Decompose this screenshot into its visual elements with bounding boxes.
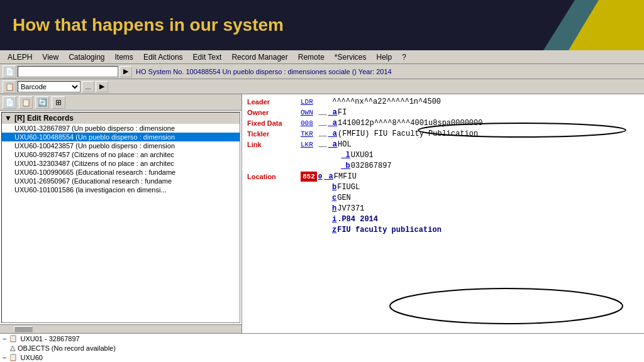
- val-852-z: FIU faculty publication: [337, 225, 441, 235]
- ind-ldr: [314, 97, 331, 107]
- menu-edit-text[interactable]: Edit Text: [188, 52, 227, 62]
- btree-uxu60[interactable]: − 📋 UXU60: [0, 353, 644, 362]
- menu-services[interactable]: *Services: [330, 52, 372, 62]
- btree-minus-icon: −: [3, 335, 6, 343]
- val-tkr: (FMFIU) FIU Faculty Publication: [338, 129, 478, 139]
- val-852-h: JV7371: [337, 204, 364, 214]
- toolbar-nav-info: HO System No. 100488554 Un pueblo disper…: [136, 68, 392, 75]
- menu-edit-actions[interactable]: Edit Actions: [138, 52, 188, 62]
- btree-uxu01-label: UXU01 - 32867897: [20, 335, 79, 343]
- label-loc-empty1: [247, 182, 301, 192]
- val-008: 1410012p^^^^8^^^4001u8spa0000000: [338, 118, 482, 128]
- row-loc-i: i .P84 2014: [247, 214, 639, 224]
- tree-item-7[interactable]: UXU01-26950967 (Educational research : f…: [2, 177, 240, 185]
- ind-lkr: __: [314, 140, 327, 150]
- menu-remote[interactable]: Remote: [293, 52, 330, 62]
- tree-header-label: [R] Edit Records: [14, 114, 74, 123]
- left-icon-grid[interactable]: ⊞: [52, 96, 65, 109]
- sf-852-c[interactable]: c: [332, 193, 336, 203]
- ind-b: [323, 161, 340, 171]
- svg-point-1: [390, 288, 623, 324]
- toolbar-arrow-right[interactable]: ▶: [96, 81, 108, 92]
- label-link-empty: [247, 150, 301, 160]
- left-icon-doc[interactable]: 📄: [3, 96, 16, 109]
- menu-record-manager[interactable]: Record Manager: [226, 52, 292, 62]
- row-owner: Owner OWN __ a FI: [247, 107, 639, 118]
- tag-box-852: 852: [301, 172, 317, 182]
- row-link-main: Link LKR __ a HOL: [247, 140, 639, 150]
- row-tickler: Tickler TKR __ a (FMFIU) FIU Faculty Pub…: [247, 129, 639, 139]
- val-852-b: FIUGL: [337, 182, 360, 192]
- left-icon-copy[interactable]: 📋: [19, 96, 33, 109]
- tree-item-8[interactable]: UXU60-101001586 (la investigacion en dim…: [2, 185, 240, 194]
- btree-objects-label: OBJECTS (No record available): [18, 344, 116, 352]
- tree-item-1[interactable]: UXU01-32867897 (Un pueblo disperso : dim…: [2, 124, 240, 133]
- sf-852-a[interactable]: a: [324, 172, 333, 182]
- menu-cataloging[interactable]: Cataloging: [64, 52, 109, 62]
- tree-item-5[interactable]: UXU01-32303487 (Citizens of no place : a…: [2, 159, 240, 168]
- row-link-b: b 032867897: [247, 161, 639, 171]
- menu-help[interactable]: Help: [372, 52, 397, 62]
- sf-852-z[interactable]: z: [332, 225, 336, 235]
- val-852-c: GEN: [337, 193, 351, 203]
- toolbar-nav-right[interactable]: ▶: [119, 66, 132, 77]
- tag-own[interactable]: OWN: [301, 107, 313, 118]
- right-panel: Leader LDR ^^^^^nx^^a22^^^^^1n^4500 Owne…: [242, 94, 644, 238]
- label-link: Link: [247, 140, 301, 150]
- row-fixed-data: Fixed Data 008 __ a 1410012p^^^^8^^^4001…: [247, 118, 639, 128]
- left-icon-refresh[interactable]: 🔄: [35, 96, 49, 109]
- sf-tkr-a[interactable]: a: [328, 129, 337, 139]
- row-loc-z: z FIU faculty publication: [247, 225, 639, 235]
- tree-item-2[interactable]: UXU60-100488554 (Un pueblo disperso : di…: [2, 133, 240, 141]
- ind-852-0[interactable]: 0: [318, 172, 323, 182]
- sf-lkr-b[interactable]: b: [341, 161, 350, 171]
- tag-ldr[interactable]: LDR: [301, 97, 313, 107]
- label-loc-empty4: [247, 214, 301, 224]
- ind-own: __: [314, 107, 327, 118]
- header-banner: How that happens in our system: [0, 0, 644, 50]
- row-loc-h: h JV7371: [247, 204, 639, 214]
- tree-item-4[interactable]: UXU60-99287457 (Citizens of no place : a…: [2, 150, 240, 159]
- label-loc-empty2: [247, 193, 301, 203]
- toolbar-search-input[interactable]: [18, 66, 118, 77]
- val-own: FI: [338, 107, 347, 118]
- bottom-tree: − 📋 UXU01 - 32867897 △ OBJECTS (No recor…: [0, 333, 644, 362]
- sf-008-a[interactable]: a: [328, 118, 337, 128]
- barcode-select[interactable]: Barcode: [18, 81, 80, 92]
- label-leader: Leader: [247, 97, 301, 107]
- toolbar-icon1[interactable]: 📋: [3, 80, 16, 93]
- right-panel-wrapper: Leader LDR ^^^^^nx^^a22^^^^^1n^4500 Owne…: [242, 94, 644, 333]
- sf-852-i[interactable]: i: [332, 214, 336, 224]
- sf-852-b[interactable]: b: [332, 182, 336, 192]
- tree-item-3[interactable]: UXU60-100423857 (Un pueblo disperso : di…: [2, 141, 240, 150]
- ind-tkr: __: [314, 129, 327, 139]
- val-lkr-l: UXU01: [351, 150, 374, 160]
- tag-tkr[interactable]: TKR: [301, 129, 313, 139]
- toolbar-doc-icon[interactable]: 📄: [3, 65, 16, 78]
- sf-lkr-l[interactable]: l: [341, 150, 350, 160]
- label-fixed: Fixed Data: [247, 118, 301, 128]
- tag-lkr[interactable]: LKR: [301, 140, 313, 150]
- row-location-main: Location 852 0 a FMFIU: [247, 172, 639, 182]
- sf-own-a[interactable]: a: [328, 107, 337, 118]
- btree-objects[interactable]: △ OBJECTS (No record available): [0, 343, 644, 353]
- toolbar-ellipsis[interactable]: ...: [82, 81, 94, 92]
- sf-lkr-a[interactable]: a: [328, 140, 337, 150]
- menu-help-icon[interactable]: ?: [397, 52, 411, 62]
- tree-area[interactable]: ▼ [R] Edit Records UXU01-32867897 (Un pu…: [1, 112, 240, 323]
- left-panel: 📄 📋 🔄 ⊞ ▼ [R] Edit Records UXU01-3286789…: [0, 94, 242, 333]
- tree-item-6[interactable]: UXU60-100990665 (Educational research : …: [2, 168, 240, 177]
- tag-008[interactable]: 008: [301, 118, 313, 128]
- btree-uxu01[interactable]: − 📋 UXU01 - 32867897: [0, 334, 644, 343]
- menu-aleph[interactable]: ALEPH: [3, 52, 37, 62]
- h-scrollbar[interactable]: [0, 324, 242, 333]
- menu-items[interactable]: Items: [110, 52, 138, 62]
- row-link-l: l UXU01: [247, 150, 639, 160]
- left-icon-toolbar: 📄 📋 🔄 ⊞: [0, 94, 242, 111]
- menu-view[interactable]: View: [37, 52, 64, 62]
- ind-l: [323, 150, 340, 160]
- label-owner: Owner: [247, 107, 301, 118]
- sf-852-h[interactable]: h: [332, 204, 336, 214]
- row-loc-c: c GEN: [247, 193, 639, 203]
- ind-008: __: [314, 118, 327, 128]
